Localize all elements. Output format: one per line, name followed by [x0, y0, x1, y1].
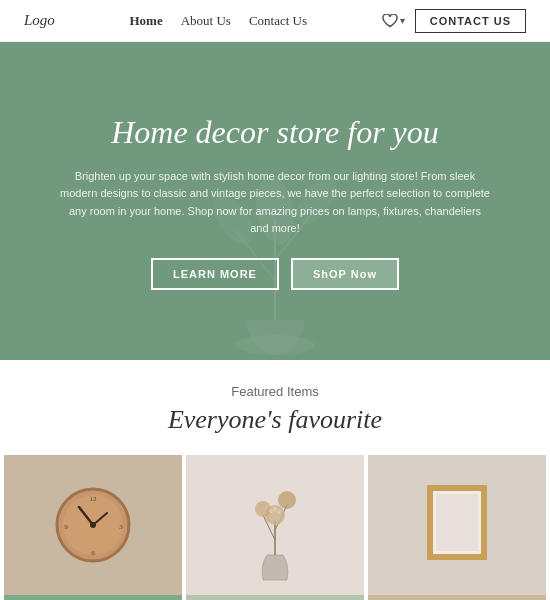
product-grid-bottom — [0, 595, 550, 600]
contact-us-button[interactable]: CONTACT US — [415, 9, 526, 33]
flowers-icon — [245, 465, 305, 585]
hero-description: Brighten up your space with stylish home… — [60, 168, 490, 238]
svg-text:12: 12 — [90, 495, 98, 503]
svg-point-21 — [255, 501, 271, 517]
hero-section: Home decor store for you Brighten up you… — [0, 42, 550, 360]
svg-point-15 — [90, 522, 96, 528]
stool-image — [368, 595, 546, 600]
clock-icon: 12 3 6 9 — [53, 485, 133, 565]
heart-icon[interactable]: ▾ — [382, 14, 405, 28]
product-card-flowers[interactable] — [186, 455, 364, 595]
nav-contact[interactable]: Contact Us — [249, 13, 307, 29]
nav-home[interactable]: Home — [129, 13, 162, 29]
product-card-frame[interactable] — [368, 455, 546, 595]
svg-text:9: 9 — [64, 523, 68, 531]
product-card-leaf[interactable] — [186, 595, 364, 600]
svg-point-24 — [277, 510, 281, 514]
svg-point-23 — [269, 509, 273, 513]
frame-image — [368, 455, 546, 595]
nav-links: Home About Us Contact Us — [129, 13, 307, 29]
svg-point-22 — [278, 491, 296, 509]
navbar: Logo Home About Us Contact Us ▾ CONTACT … — [0, 0, 550, 42]
clock-image: 12 3 6 9 — [4, 455, 182, 595]
product-card-stool[interactable] — [368, 595, 546, 600]
svg-point-25 — [273, 507, 277, 511]
featured-title: Everyone's favourite — [0, 405, 550, 435]
nav-right: ▾ CONTACT US — [382, 9, 526, 33]
svg-text:3: 3 — [119, 523, 123, 531]
product-grid-top: 12 3 6 9 — [0, 455, 550, 595]
svg-rect-28 — [436, 494, 478, 551]
nav-about[interactable]: About Us — [181, 13, 231, 29]
product-card-clock[interactable]: 12 3 6 9 — [4, 455, 182, 595]
logo: Logo — [24, 12, 55, 29]
featured-label: Featured Items — [0, 384, 550, 399]
flowers-image — [186, 455, 364, 595]
svg-text:6: 6 — [91, 549, 95, 557]
leaf-image — [186, 595, 364, 600]
learn-more-button[interactable]: LEARN MORE — [151, 258, 279, 290]
green-decor-image — [4, 595, 182, 600]
hero-content: Home decor store for you Brighten up you… — [10, 112, 540, 290]
chevron-down-icon: ▾ — [400, 15, 405, 26]
hero-buttons: LEARN MORE ShOP Now — [60, 258, 490, 290]
frame-icon — [422, 480, 492, 570]
product-card-green[interactable] — [4, 595, 182, 600]
featured-section: Featured Items Everyone's favourite 12 3… — [0, 360, 550, 600]
shop-now-button[interactable]: ShOP Now — [291, 258, 399, 290]
hero-title: Home decor store for you — [60, 112, 490, 154]
